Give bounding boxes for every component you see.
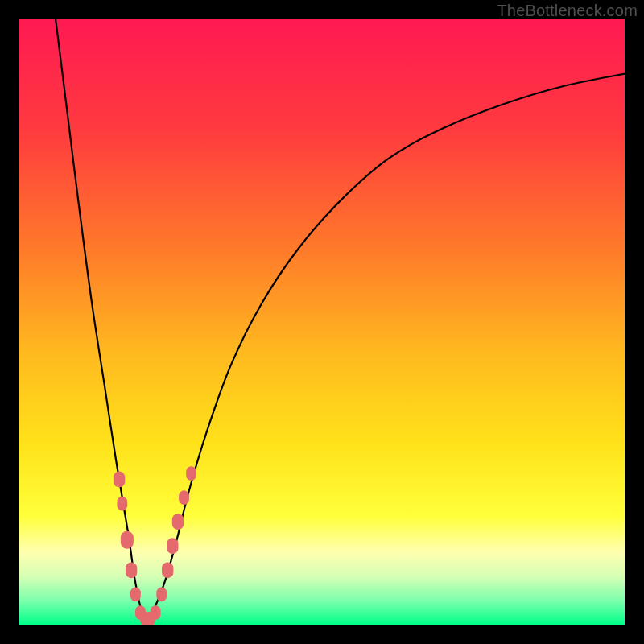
gradient-background [19,19,625,625]
curve-marker [172,514,184,530]
curve-marker [114,472,125,488]
curve-marker [179,490,189,505]
chart-frame: TheBottleneck.com [0,0,644,644]
curve-marker [117,497,127,511]
curve-marker [167,538,178,554]
bottleneck-chart [19,19,625,625]
curve-marker [186,466,196,481]
curve-marker [151,605,161,620]
plot-area [19,19,625,625]
curve-marker [156,588,167,602]
curve-marker [126,562,137,578]
watermark-text: TheBottleneck.com [497,2,638,20]
curve-marker [162,562,173,578]
curve-marker [130,588,141,602]
curve-marker [121,531,134,549]
